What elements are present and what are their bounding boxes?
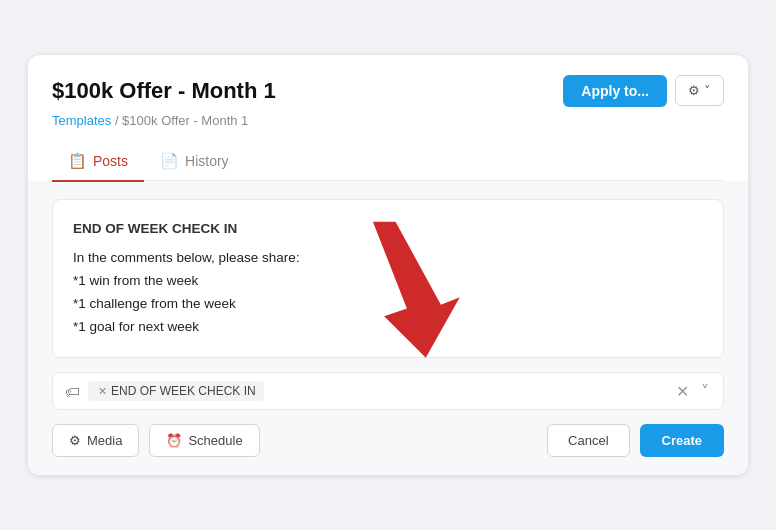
breadcrumb-templates-link[interactable]: Templates bbox=[52, 113, 111, 128]
breadcrumb-current: $100k Offer - Month 1 bbox=[122, 113, 248, 128]
settings-button[interactable]: ⚙ ˅ bbox=[675, 75, 724, 106]
tab-posts-label: Posts bbox=[93, 153, 128, 169]
header-actions: Apply to... ⚙ ˅ bbox=[563, 75, 724, 107]
tab-history-label: History bbox=[185, 153, 229, 169]
posts-icon: 📋 bbox=[68, 152, 87, 170]
tag-chip-label: END OF WEEK CHECK IN bbox=[111, 384, 256, 398]
post-line4: *1 goal for next week bbox=[73, 316, 703, 339]
apply-to-button[interactable]: Apply to... bbox=[563, 75, 667, 107]
schedule-label: Schedule bbox=[188, 433, 242, 448]
cancel-button[interactable]: Cancel bbox=[547, 424, 629, 457]
media-label: Media bbox=[87, 433, 122, 448]
media-button[interactable]: ⚙ Media bbox=[52, 424, 139, 457]
media-icon: ⚙ bbox=[69, 433, 81, 448]
tag-remove-icon[interactable]: ✕ bbox=[98, 385, 107, 398]
post-line1: In the comments below, please share: bbox=[73, 247, 703, 270]
schedule-icon: ⏰ bbox=[166, 433, 182, 448]
action-row: ⚙ Media ⏰ Schedule Cancel Create bbox=[52, 424, 724, 457]
post-line2: *1 win from the week bbox=[73, 270, 703, 293]
gear-icon: ⚙ bbox=[688, 83, 700, 98]
tabs: 📋 Posts 📄 History bbox=[52, 142, 724, 182]
action-left: ⚙ Media ⏰ Schedule bbox=[52, 424, 260, 457]
post-line3: *1 challenge from the week bbox=[73, 293, 703, 316]
tab-posts[interactable]: 📋 Posts bbox=[52, 142, 144, 182]
schedule-button[interactable]: ⏰ Schedule bbox=[149, 424, 259, 457]
breadcrumb: Templates / $100k Offer - Month 1 bbox=[52, 113, 724, 128]
tag-clear-button[interactable]: ✕ bbox=[674, 382, 691, 401]
post-card: END OF WEEK CHECK IN In the comments bel… bbox=[52, 199, 724, 358]
history-icon: 📄 bbox=[160, 152, 179, 170]
tag-row-right: ✕ ˅ bbox=[674, 382, 711, 401]
tag-expand-button[interactable]: ˅ bbox=[699, 382, 711, 401]
tab-history[interactable]: 📄 History bbox=[144, 142, 245, 182]
post-heading: END OF WEEK CHECK IN bbox=[73, 218, 703, 241]
tag-chip[interactable]: ✕ END OF WEEK CHECK IN bbox=[88, 381, 264, 401]
action-right: Cancel Create bbox=[547, 424, 724, 457]
create-button[interactable]: Create bbox=[640, 424, 724, 457]
chevron-down-icon: ˅ bbox=[704, 83, 711, 98]
tag-icon: 🏷 bbox=[65, 383, 80, 400]
tag-row: 🏷 ✕ END OF WEEK CHECK IN ✕ ˅ bbox=[52, 372, 724, 410]
page-title: $100k Offer - Month 1 bbox=[52, 78, 276, 104]
